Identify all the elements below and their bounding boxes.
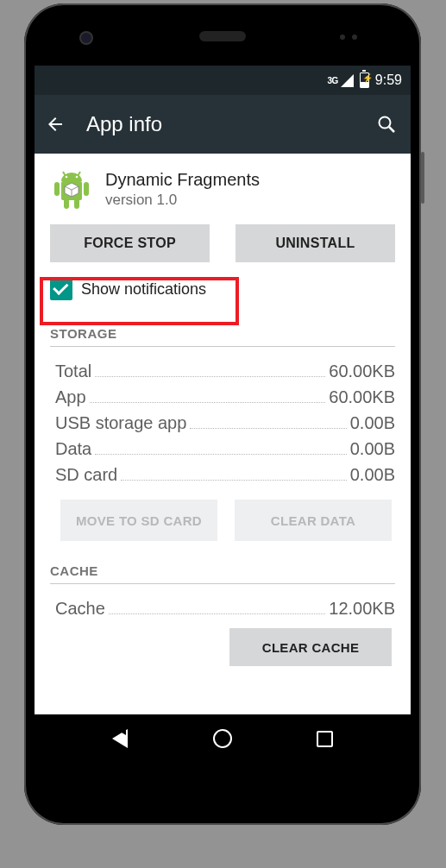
action-bar: App info bbox=[35, 95, 411, 154]
svg-line-8 bbox=[78, 172, 80, 176]
svg-rect-5 bbox=[64, 198, 69, 209]
app-version: version 1.0 bbox=[105, 192, 260, 209]
show-notifications-row[interactable]: Show notifications bbox=[35, 273, 411, 307]
back-icon[interactable] bbox=[45, 114, 66, 135]
status-bar: 3G ⚡ 9:59 bbox=[35, 66, 411, 95]
storage-row-sd: SD card0.00B bbox=[55, 465, 395, 485]
storage-row-data: Data0.00B bbox=[55, 439, 395, 459]
svg-line-1 bbox=[389, 127, 394, 132]
phone-speaker bbox=[199, 31, 246, 41]
svg-rect-4 bbox=[84, 182, 89, 196]
storage-row-total: Total60.00KB bbox=[55, 362, 395, 381]
svg-point-12 bbox=[76, 176, 79, 179]
phone-sensors bbox=[340, 35, 364, 43]
svg-point-0 bbox=[380, 117, 391, 129]
force-stop-button[interactable]: FORCE STOP bbox=[50, 224, 210, 262]
storage-section-header: STORAGE bbox=[50, 307, 395, 347]
nav-back-button[interactable] bbox=[108, 726, 132, 751]
clock: 9:59 bbox=[375, 72, 402, 88]
svg-rect-6 bbox=[74, 198, 79, 209]
search-icon[interactable] bbox=[376, 114, 397, 135]
cache-row: Cache12.00KB bbox=[55, 599, 395, 619]
nav-recent-button[interactable] bbox=[313, 726, 337, 751]
app-icon bbox=[50, 167, 93, 211]
screen: 3G ⚡ 9:59 App info bbox=[35, 66, 411, 763]
navigation-bar bbox=[35, 714, 411, 763]
cache-list: Cache12.00KB bbox=[35, 584, 411, 619]
nav-home-button[interactable] bbox=[210, 726, 235, 751]
phone-camera bbox=[81, 33, 91, 43]
storage-row-app: App60.00KB bbox=[55, 387, 395, 407]
svg-point-11 bbox=[66, 176, 68, 179]
svg-rect-3 bbox=[54, 182, 60, 196]
svg-line-7 bbox=[63, 172, 66, 176]
signal-icon bbox=[341, 74, 354, 87]
page-title: App info bbox=[86, 112, 355, 136]
clear-data-button: CLEAR DATA bbox=[235, 500, 392, 541]
show-notifications-checkbox[interactable] bbox=[50, 278, 72, 300]
cache-section-header: CACHE bbox=[50, 544, 395, 584]
content-area: Dynamic Fragments version 1.0 FORCE STOP… bbox=[35, 154, 411, 714]
show-notifications-label: Show notifications bbox=[81, 280, 206, 299]
battery-icon: ⚡ bbox=[360, 72, 369, 88]
storage-list: Total60.00KB App60.00KB USB storage app0… bbox=[35, 347, 411, 485]
move-to-sd-button: MOVE TO SD CARD bbox=[60, 500, 217, 541]
app-header: Dynamic Fragments version 1.0 bbox=[35, 154, 411, 221]
network-indicator: 3G bbox=[328, 76, 338, 85]
checkmark-icon bbox=[53, 280, 68, 295]
phone-power-button bbox=[421, 152, 424, 204]
storage-row-usb: USB storage app0.00B bbox=[55, 413, 395, 433]
phone-frame: 3G ⚡ 9:59 App info bbox=[24, 3, 421, 825]
uninstall-button[interactable]: UNINSTALL bbox=[236, 224, 395, 262]
app-name: Dynamic Fragments bbox=[105, 170, 260, 190]
clear-cache-button[interactable]: CLEAR CACHE bbox=[229, 628, 392, 666]
